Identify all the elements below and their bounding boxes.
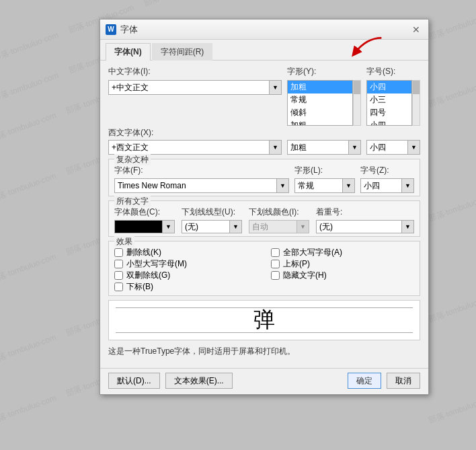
- size-item-sihao[interactable]: 四号: [367, 106, 411, 119]
- effects-right-col: 全部大写字母(A) 上标(P) 隐藏文字(H): [271, 247, 414, 293]
- chinese-font-label: 中文字体(I):: [108, 66, 282, 77]
- complex-style-label-cell: 字形(L):: [294, 165, 355, 176]
- complex-font-label-cell: 字体(F):: [114, 165, 289, 176]
- font-dialog: W 字体 ✕ 字体(N) 字符间距(R) 中文字体(I): 字形(Y): 字号(…: [100, 19, 429, 395]
- ok-button[interactable]: 确定: [348, 373, 381, 389]
- western-style-arrow[interactable]: ▼: [348, 141, 360, 154]
- underline-color-value: 自动: [249, 220, 296, 234]
- complex-size-select[interactable]: 小四 ▼: [360, 178, 414, 193]
- cancel-button[interactable]: 取消: [387, 373, 420, 389]
- underline-color-arrow: ▼: [296, 221, 309, 233]
- complex-style-select[interactable]: 常规 ▼: [294, 178, 355, 193]
- underline-color-label-cell: 下划线颜色(I):: [249, 207, 309, 218]
- chinese-font-wrapper: +中文正文 ▼: [108, 80, 282, 126]
- font-color-label-cell: 字体颜色(C):: [114, 207, 175, 218]
- western-font-arrow[interactable]: ▼: [269, 141, 281, 154]
- text-effects-button[interactable]: 文本效果(E)...: [165, 373, 233, 389]
- size-item-xiaosan[interactable]: 小三: [367, 93, 411, 106]
- double-strikethrough-checkbox[interactable]: [114, 260, 123, 268]
- complex-size-value: 小四: [361, 179, 401, 193]
- complex-font-arrow[interactable]: ▼: [276, 179, 288, 192]
- all-caps-checkbox[interactable]: [271, 260, 280, 268]
- hidden-row: 隐藏文字(H): [271, 270, 414, 281]
- underline-type-label-cell: 下划线线型(U):: [182, 207, 242, 218]
- complex-style-arrow[interactable]: ▼: [342, 179, 354, 192]
- size-item-xiaosi[interactable]: 小四: [367, 81, 411, 93]
- complex-size-label-cell: 字号(Z):: [360, 165, 414, 176]
- underline-color-select: 自动 ▼: [249, 220, 309, 233]
- font-color-swatch: [114, 220, 163, 233]
- western-font-value: +西文正文: [109, 141, 269, 155]
- small-caps-checkbox[interactable]: [271, 248, 280, 257]
- complex-font-label: 字体(F):: [114, 165, 143, 175]
- style-item-bold2[interactable]: 加粗: [288, 119, 352, 126]
- all-caps-row: 上标(P): [271, 258, 414, 270]
- style-scrollbar[interactable]: [353, 80, 361, 126]
- info-text: 这是一种TrueType字体，同时适用于屏幕和打印机。: [108, 346, 420, 357]
- superscript-row: 双删除线(G): [114, 270, 257, 281]
- complex-labels-row: 字体(F): 字形(L): 字号(Z):: [114, 165, 414, 176]
- subscript-checkbox[interactable]: [114, 283, 123, 291]
- dialog-title: 字体: [120, 24, 138, 36]
- font-color-label: 字体颜色(C):: [114, 207, 160, 217]
- preview-top-line: [116, 307, 413, 308]
- style-item-bold[interactable]: 加粗: [288, 81, 352, 93]
- strikethrough-checkbox[interactable]: [114, 248, 123, 257]
- complex-font-value: Times New Roman: [115, 180, 276, 192]
- complex-section-title: 复杂文种: [114, 154, 151, 165]
- size-listbox[interactable]: 小四 小三 四号 小四: [366, 80, 412, 126]
- complex-font-select[interactable]: Times New Roman ▼: [114, 178, 289, 193]
- emphasis-arrow[interactable]: ▼: [401, 221, 413, 233]
- underline-type-control: (无) ▼: [182, 220, 242, 233]
- western-style-select[interactable]: 加粗 ▼: [287, 140, 361, 155]
- footer-left: 默认(D)... 文本效果(E)...: [108, 373, 233, 389]
- emphasis-select[interactable]: (无) ▼: [316, 220, 414, 233]
- close-button[interactable]: ✕: [409, 23, 423, 36]
- style-listbox-wrapper: 加粗 常规 倾斜 加粗: [287, 80, 361, 126]
- all-text-inner: 字体颜色(C): 下划线线型(U): 下划线颜色(I): 着重号:: [114, 204, 414, 233]
- style-item-regular[interactable]: 常规: [288, 93, 352, 106]
- font-color-dropdown[interactable]: ▼: [163, 220, 175, 233]
- emphasis-label-cell: 着重号:: [316, 207, 414, 218]
- font-header-row: 中文字体(I): 字形(Y): 字号(S):: [108, 66, 420, 77]
- tab-spacing[interactable]: 字符间距(R): [152, 43, 213, 61]
- complex-size-arrow[interactable]: ▼: [401, 179, 413, 192]
- underline-type-select[interactable]: (无) ▼: [182, 220, 242, 233]
- complex-style-label: 字形(L):: [294, 165, 323, 175]
- style-listbox[interactable]: 加粗 常规 倾斜 加粗: [287, 80, 353, 126]
- chinese-font-arrow[interactable]: ▼: [269, 81, 281, 94]
- tab-font[interactable]: 字体(N): [106, 43, 151, 61]
- chinese-font-select[interactable]: +中文正文 ▼: [108, 80, 282, 95]
- style-label: 字形(Y):: [287, 66, 361, 77]
- underline-type-value: (无): [182, 220, 229, 234]
- effects-left-col: 删除线(K) 小型大写字母(M) 双删除线(G) 下标(B): [114, 247, 257, 293]
- western-font-label-row: 西文字体(X):: [108, 127, 420, 139]
- font-inputs-row: +中文正文 ▼ 加粗 常规 倾斜 加粗 小四: [108, 80, 420, 126]
- underline-type-arrow[interactable]: ▼: [229, 221, 241, 233]
- western-font-select[interactable]: +西文正文 ▼: [108, 140, 282, 155]
- size-scrollbar[interactable]: [412, 80, 420, 126]
- hidden-checkbox[interactable]: [271, 271, 280, 280]
- font-color-control: ▼: [114, 220, 175, 233]
- western-size-value: 小四: [367, 141, 407, 155]
- chinese-font-value: +中文正文: [109, 81, 269, 95]
- all-text-section: 所有文字 字体颜色(C): 下划线线型(U): 下划线颜色(I): 着重号:: [108, 200, 420, 237]
- superscript-label: 双删除线(G): [126, 270, 170, 281]
- western-size-arrow[interactable]: ▼: [407, 141, 420, 154]
- complex-inputs-row: Times New Roman ▼ 常规 ▼ 小四 ▼: [114, 178, 414, 193]
- default-button[interactable]: 默认(D)...: [108, 373, 160, 389]
- complex-size-select-wrapper: 小四 ▼: [360, 178, 414, 193]
- strikethrough-label: 删除线(K): [126, 247, 161, 258]
- all-caps-label: 上标(P): [283, 258, 310, 270]
- preview-bottom-line: [116, 332, 413, 333]
- style-item-italic[interactable]: 倾斜: [288, 106, 352, 119]
- preview-lines: [109, 301, 420, 340]
- double-strikethrough-row: 小型大写字母(M): [114, 258, 257, 270]
- complex-script-section: 复杂文种 字体(F): 字形(L): 字号(Z):: [108, 159, 420, 196]
- size-item-xiaosi2[interactable]: 小四: [367, 119, 411, 126]
- superscript-checkbox[interactable]: [114, 271, 123, 280]
- dialog-footer: 默认(D)... 文本效果(E)... 确定 取消: [100, 368, 428, 394]
- underline-color-label: 下划线颜色(I):: [249, 207, 299, 217]
- effects-grid: 删除线(K) 小型大写字母(M) 双删除线(G) 下标(B): [114, 247, 414, 293]
- western-size-select[interactable]: 小四 ▼: [366, 140, 420, 155]
